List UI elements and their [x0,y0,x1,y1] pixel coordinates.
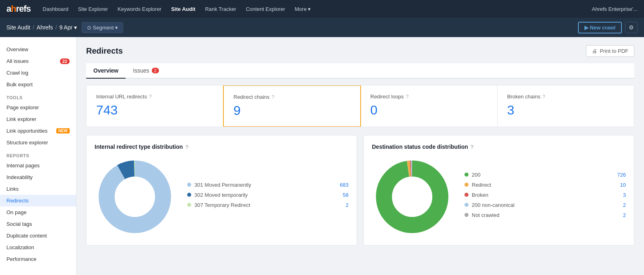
legend-label-redirect: Redirect [472,182,491,188]
sub-header: Site Audit / Ahrefs / 9 Apr ▾ ⊙ Segment … [0,18,644,37]
chart-legend-right: 200 726 Redirect 10 [464,172,626,222]
charts-section: Internal redirect type distribution ? [86,135,634,246]
sidebar-item-bulk-export[interactable]: Bulk export [0,79,76,90]
ahrefs-logo[interactable]: ahrefs [6,4,31,14]
chart-card-right: Destination status code distribution ? [363,135,634,246]
sidebar-item-link-opportunities[interactable]: Link opportunities NEW [0,125,76,137]
sidebar-item-internal-pages[interactable]: Internal pages [0,160,76,171]
legend-item-redirect[interactable]: Redirect 10 [464,182,626,188]
nav-right: Ahrefs Enterprise'... [592,6,638,12]
breadcrumb-site[interactable]: Ahrefs [37,24,53,31]
tabs: Overview Issues 2 [86,63,634,79]
legend-item-not-crawled[interactable]: Not crawled 2 [464,212,626,218]
print-icon: 🖨 [592,48,597,54]
nav-links: Dashboard Site Explorer Keywords Explore… [39,4,592,14]
print-label: Print to PDF [600,48,628,54]
sidebar-item-all-issues[interactable]: All issues 22 [0,55,76,67]
breadcrumb-root[interactable]: Site Audit [6,24,30,31]
nav-site-explorer[interactable]: Site Explorer [74,4,112,14]
chart-legend-left: 301 Moved Permanently 683 302 Moved temp… [187,182,349,212]
metric-card-redirect-loops[interactable]: Redirect loops ? 0 [361,85,497,127]
legend-item-302[interactable]: 302 Moved temporarily 58 [187,192,349,198]
legend-value-200-nc: 2 [614,202,626,208]
legend-dot-200-nc [464,203,469,207]
breadcrumb: Site Audit / Ahrefs / 9 Apr ▾ [6,24,77,31]
sidebar-item-redirects[interactable]: Redirects [0,195,76,206]
legend-dot-not-crawled [464,213,469,217]
legend-item-200-nc[interactable]: 200 non-canonical 2 [464,202,626,208]
chart-inner-right: 200 726 Redirect 10 [372,156,626,237]
link-opp-label: Link opportunities [6,128,47,134]
all-issues-badge: 22 [60,58,70,64]
metric-value-0: 743 [96,103,213,118]
metric-value-1: 9 [233,103,351,118]
sidebar-item-on-page[interactable]: On page [0,206,76,218]
tab-issues[interactable]: Issues 2 [126,63,166,79]
tools-section-title: Tools [0,90,76,102]
logo-hrefs: h [11,4,16,14]
legend-item-301[interactable]: 301 Moved Permanently 683 [187,182,349,188]
sidebar-item-links[interactable]: Links [0,183,76,195]
nav-keywords-explorer[interactable]: Keywords Explorer [114,4,165,14]
donut-svg-right [372,156,452,237]
chart-left-help-icon[interactable]: ? [185,144,188,150]
nav-more[interactable]: More ▾ [291,4,315,14]
nav-dashboard[interactable]: Dashboard [39,4,72,14]
legend-dot-broken [464,193,469,197]
breadcrumb-date[interactable]: 9 Apr ▾ [59,24,77,31]
sub-header-actions: ▶ New crawl ⚙ [578,22,638,33]
print-to-pdf-button[interactable]: 🖨 Print to PDF [586,45,634,57]
legend-value-not-crawled: 2 [614,212,626,218]
account-label: Ahrefs Enterprise'... [592,6,638,12]
sidebar-item-crawl-log[interactable]: Crawl log [0,67,76,79]
page-header: Redirects 🖨 Print to PDF [86,45,634,57]
legend-dot-302 [187,193,191,197]
legend-dot-301 [187,183,191,187]
tab-issues-label: Issues [133,67,149,74]
legend-item-broken[interactable]: Broken 3 [464,192,626,198]
nav-rank-tracker[interactable]: Rank Tracker [201,4,240,14]
chart-right-help-icon[interactable]: ? [471,144,474,150]
sidebar-item-indexability[interactable]: Indexability [0,171,76,183]
legend-item-307[interactable]: 307 Temporary Redirect 2 [187,202,349,208]
donut-svg-left [95,156,175,237]
metric-card-broken-chains[interactable]: Broken chains ? 3 [497,85,634,127]
svg-point-3 [115,177,155,217]
metric-card-redirect-chains[interactable]: Redirect chains ? 9 [223,85,361,127]
help-icon-0[interactable]: ? [149,94,152,100]
reports-section-title: Reports [0,148,76,160]
help-icon-2[interactable]: ? [406,94,409,100]
nav-site-audit[interactable]: Site Audit [167,4,199,14]
segment-button[interactable]: ⊙ Segment ▾ [82,22,123,33]
metric-value-2: 0 [370,103,487,118]
legend-value-redirect: 10 [614,182,626,188]
legend-label-200-nc: 200 non-canonical [472,202,514,208]
tab-overview[interactable]: Overview [86,63,126,79]
sidebar-item-page-explorer[interactable]: Page explorer [0,102,76,113]
sidebar-item-duplicate-content[interactable]: Duplicate content [0,230,76,242]
breadcrumb-sep1: / [33,24,34,31]
metric-label-0: Internal URL redirects ? [96,94,213,100]
legend-item-200[interactable]: 200 726 [464,172,626,178]
legend-dot-200 [464,173,469,177]
sidebar-item-link-explorer[interactable]: Link explorer [0,113,76,125]
sidebar-item-overview[interactable]: Overview [0,44,76,55]
tab-issues-badge: 2 [152,68,159,73]
settings-button[interactable]: ⚙ [625,22,638,33]
legend-label-307: 307 Temporary Redirect [194,202,250,208]
all-issues-label: All issues [6,58,29,64]
breadcrumb-sep2: / [56,24,57,31]
sidebar-item-performance[interactable]: Performance [0,253,76,265]
sidebar-item-localization[interactable]: Localization [0,242,76,253]
sidebar-item-structure-explorer[interactable]: Structure explorer [0,137,76,148]
help-icon-3[interactable]: ? [542,94,545,100]
legend-label-301: 301 Moved Permanently [194,182,251,188]
donut-chart-left [95,156,175,237]
sidebar-item-social-tags[interactable]: Social tags [0,218,76,230]
nav-content-explorer[interactable]: Content Explorer [242,4,289,14]
legend-label-not-crawled: Not crawled [472,212,500,218]
new-crawl-button[interactable]: ▶ New crawl [578,22,622,33]
page-title: Redirects [86,46,123,56]
metric-card-internal-url-redirects[interactable]: Internal URL redirects ? 743 [87,85,223,127]
help-icon-1[interactable]: ? [272,94,275,100]
